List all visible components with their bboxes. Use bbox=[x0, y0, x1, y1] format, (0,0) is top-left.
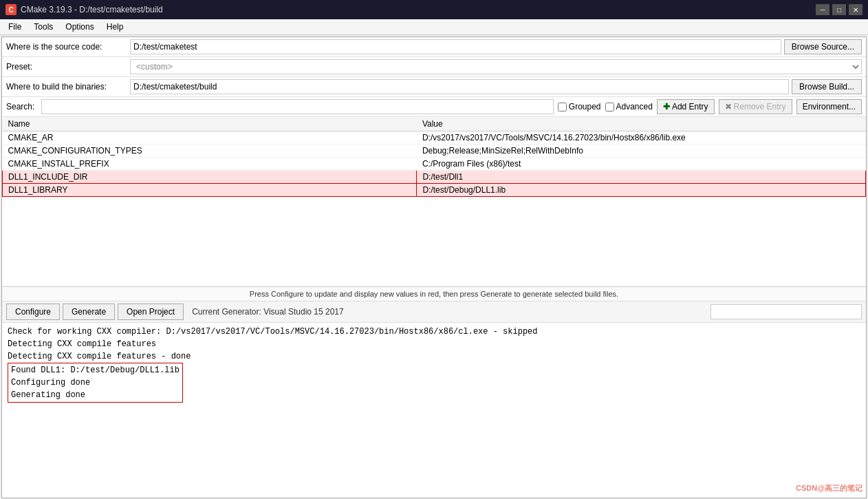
app-icon: C bbox=[6, 4, 17, 15]
build-label: Where to build the binaries: bbox=[6, 82, 130, 92]
grouped-checkbox[interactable] bbox=[558, 103, 567, 112]
remove-entry-label: Remove Entry bbox=[734, 102, 786, 112]
cell-value: D:/vs2017/vs2017/VC/Tools/MSVC/14.16.270… bbox=[417, 131, 866, 145]
cell-name: CMAKE_INSTALL_PREFIX bbox=[3, 158, 417, 171]
config-table: Name Value CMAKE_ARD:/vs2017/vs2017/VC/T… bbox=[2, 117, 866, 197]
status-bar: Press Configure to update and display ne… bbox=[2, 287, 866, 301]
log-line-highlighted: Found DLL1: D:/test/Debug/DLL1.lib bbox=[11, 364, 180, 376]
log-line: Check for working CXX compiler: D:/vs201… bbox=[8, 326, 860, 338]
plus-icon: ✚ bbox=[663, 102, 670, 112]
cell-name: DLL1_INCLUDE_DIR bbox=[3, 171, 417, 184]
cell-value: C:/Program Files (x86)/test bbox=[417, 158, 866, 171]
table-row[interactable]: CMAKE_ARD:/vs2017/vs2017/VC/Tools/MSVC/1… bbox=[3, 131, 866, 145]
cell-value: D:/test/Debug/DLL1.lib bbox=[417, 184, 866, 197]
maximize-button[interactable]: □ bbox=[832, 4, 846, 15]
source-input[interactable] bbox=[130, 39, 781, 54]
cell-name: CMAKE_AR bbox=[3, 131, 417, 145]
preset-label: Preset: bbox=[6, 62, 130, 72]
config-table-container: Name Value CMAKE_ARD:/vs2017/vs2017/VC/T… bbox=[2, 117, 866, 287]
title-text: CMake 3.19.3 - D:/test/cmaketest/build bbox=[21, 5, 163, 14]
grouped-checkbox-label[interactable]: Grouped bbox=[558, 102, 601, 112]
watermark: CSDN@高三的笔记 bbox=[796, 483, 862, 493]
browse-build-button[interactable]: Browse Build... bbox=[792, 79, 862, 94]
cross-icon: ✖ bbox=[725, 102, 732, 112]
source-row: Where is the source code: Browse Source.… bbox=[2, 37, 866, 57]
generate-button[interactable]: Generate bbox=[63, 304, 115, 320]
generator-search-input[interactable] bbox=[710, 304, 862, 319]
table-row[interactable]: DLL1_LIBRARYD:/test/Debug/DLL1.lib bbox=[3, 184, 866, 197]
cell-name: DLL1_LIBRARY bbox=[3, 184, 417, 197]
title-bar-left: C CMake 3.19.3 - D:/test/cmaketest/build bbox=[6, 4, 163, 15]
bottom-toolbar: Configure Generate Open Project Current … bbox=[2, 301, 866, 323]
close-button[interactable]: ✕ bbox=[849, 4, 862, 15]
browse-source-button[interactable]: Browse Source... bbox=[784, 39, 862, 54]
header-name: Name bbox=[3, 117, 417, 131]
advanced-label: Advanced bbox=[616, 102, 653, 112]
log-line-highlighted: Configuring done bbox=[11, 376, 180, 389]
menu-options[interactable]: Options bbox=[60, 21, 99, 33]
advanced-checkbox[interactable] bbox=[605, 103, 614, 112]
cell-value: Debug;Release;MinSizeRel;RelWithDebInfo bbox=[417, 145, 866, 158]
cell-name: CMAKE_CONFIGURATION_TYPES bbox=[3, 145, 417, 158]
table-row[interactable]: CMAKE_INSTALL_PREFIXC:/Program Files (x8… bbox=[3, 158, 866, 171]
generator-label: Current Generator: Visual Studio 15 2017 bbox=[192, 307, 344, 317]
open-project-button[interactable]: Open Project bbox=[118, 304, 184, 320]
table-header-row: Name Value bbox=[3, 117, 866, 131]
title-bar: C CMake 3.19.3 - D:/test/cmaketest/build… bbox=[0, 0, 868, 19]
log-line: Detecting CXX compile features - done bbox=[8, 350, 860, 363]
search-row: Search: Grouped Advanced ✚ Add Entry ✖ R… bbox=[2, 97, 866, 117]
advanced-checkbox-label[interactable]: Advanced bbox=[605, 102, 653, 112]
table-row[interactable]: CMAKE_CONFIGURATION_TYPESDebug;Release;M… bbox=[3, 145, 866, 158]
configure-button[interactable]: Configure bbox=[6, 304, 60, 320]
menu-help[interactable]: Help bbox=[101, 21, 129, 33]
cell-value: D:/test/Dll1 bbox=[417, 171, 866, 184]
status-text: Press Configure to update and display ne… bbox=[250, 290, 618, 298]
minimize-button[interactable]: ─ bbox=[816, 4, 829, 15]
title-controls: ─ □ ✕ bbox=[816, 4, 862, 15]
log-line: Detecting CXX compile features bbox=[8, 338, 860, 350]
build-row: Where to build the binaries: Browse Buil… bbox=[2, 77, 866, 97]
add-entry-label: Add Entry bbox=[672, 102, 708, 112]
table-row[interactable]: DLL1_INCLUDE_DIRD:/test/Dll1 bbox=[3, 171, 866, 184]
log-line-highlighted: Generating done bbox=[11, 389, 180, 401]
search-input[interactable] bbox=[41, 99, 554, 114]
grouped-label: Grouped bbox=[569, 102, 601, 112]
log-area: Check for working CXX compiler: D:/vs201… bbox=[2, 323, 866, 498]
remove-entry-button[interactable]: ✖ Remove Entry bbox=[719, 99, 792, 114]
main-container: Where is the source code: Browse Source.… bbox=[1, 36, 867, 498]
preset-row: Preset: <custom> bbox=[2, 57, 866, 77]
build-input[interactable] bbox=[130, 79, 789, 94]
source-label: Where is the source code: bbox=[6, 42, 130, 52]
add-entry-button[interactable]: ✚ Add Entry bbox=[657, 99, 715, 114]
search-label: Search: bbox=[6, 102, 37, 112]
menu-tools[interactable]: Tools bbox=[28, 21, 58, 33]
environment-button[interactable]: Environment... bbox=[796, 99, 862, 114]
menu-bar: File Tools Options Help bbox=[0, 19, 868, 35]
preset-select[interactable]: <custom> bbox=[130, 59, 862, 74]
header-value: Value bbox=[417, 117, 866, 131]
menu-file[interactable]: File bbox=[3, 21, 27, 33]
